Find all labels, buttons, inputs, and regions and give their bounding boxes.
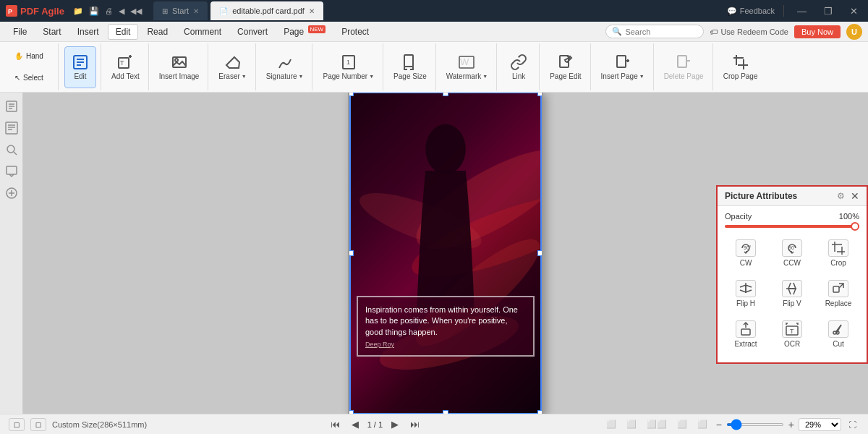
ccw-label: CCW	[783, 259, 801, 267]
page-edit-button[interactable]: Page Edit	[545, 46, 585, 88]
eraser-button[interactable]: Eraser ▼	[214, 46, 250, 88]
tool-group-page-edit: Page Edit	[541, 43, 590, 90]
menu-comment[interactable]: Comment	[176, 25, 229, 39]
svg-rect-18	[617, 56, 626, 67]
tab-editable-close[interactable]: ✕	[309, 7, 315, 15]
crop-page-button[interactable]: Crop Page	[719, 46, 762, 88]
flip-h-label: Flip H	[736, 299, 755, 307]
zoom-out-button[interactable]: −	[715, 419, 723, 430]
panel-settings-icon[interactable]: ⚙	[837, 191, 845, 201]
signature-dropdown-icon: ▼	[299, 74, 304, 79]
zoom-in-button[interactable]: +	[787, 419, 796, 430]
close-button[interactable]: ✕	[846, 4, 862, 18]
menu-protect[interactable]: Protect	[334, 25, 376, 39]
tab-start-close[interactable]: ✕	[193, 7, 199, 15]
pagenum-dropdown-icon: ▼	[369, 74, 374, 79]
cw-button[interactable]: 90° CW	[725, 235, 767, 271]
avatar: U	[846, 24, 862, 40]
ocr-button[interactable]: T OCR	[771, 316, 813, 352]
flip-h-button[interactable]: Flip H	[725, 276, 767, 312]
page-info: 1 / 1	[367, 420, 383, 429]
app-logo: P PDF Agile	[6, 5, 64, 17]
menu-convert[interactable]: Convert	[230, 25, 275, 39]
add-text-button[interactable]: T Add Text	[107, 46, 144, 88]
opacity-row: Opacity 100%	[725, 212, 859, 221]
sidebar-search-icon[interactable]	[4, 142, 20, 158]
tab-editable[interactable]: 📄 editable.pdf card.pdf ✕	[210, 1, 323, 20]
watermark-dropdown-icon: ▼	[482, 74, 488, 79]
insert-page-button[interactable]: Insert Page ▼	[597, 46, 649, 88]
watermark-icon: W	[458, 54, 475, 71]
buy-button[interactable]: Buy Now	[794, 25, 841, 38]
slider-thumb[interactable]	[851, 222, 859, 231]
flip-v-label: Flip V	[783, 299, 801, 307]
quote-text-box[interactable]: Inspiration comes from within yourself. …	[357, 296, 535, 357]
ccw-button[interactable]: 90° CCW	[771, 235, 813, 271]
page-size-button[interactable]: Page Size	[389, 46, 431, 88]
view-single-button[interactable]: ⬜	[603, 418, 619, 430]
flip-v-button[interactable]: Flip V	[771, 276, 813, 312]
new-doc-button2[interactable]: □	[30, 418, 46, 431]
page-number-label: Page Number	[323, 72, 367, 81]
restore-button[interactable]: ❐	[820, 4, 837, 18]
search-box[interactable]: 🔍	[605, 25, 704, 38]
edit-button[interactable]: Edit	[64, 46, 96, 88]
fullscreen-button[interactable]: ⛶	[846, 419, 859, 430]
next-page-button[interactable]: ▶	[388, 417, 401, 431]
svg-text:90°: 90°	[788, 245, 796, 250]
sidebar-comments-icon[interactable]	[4, 163, 20, 179]
link-button[interactable]: Link	[503, 46, 535, 88]
delete-page-button[interactable]: Delete Page	[660, 46, 708, 88]
tabs-area: ⊞ Start ✕ 📄 editable.pdf card.pdf ✕	[153, 1, 323, 20]
toolbar: ✋ Hand ↖ Select Edit T	[0, 42, 868, 93]
crop-page-label: Crop Page	[723, 72, 758, 81]
opacity-slider[interactable]	[725, 225, 859, 228]
insert-image-button[interactable]: Insert Image	[155, 46, 204, 88]
first-page-button[interactable]: ⏮	[328, 417, 343, 431]
pdf-page[interactable]: Inspiration comes from within yourself. …	[348, 93, 543, 414]
prev-page-button[interactable]: ◀	[349, 417, 362, 431]
view-split-button[interactable]: ⬜	[674, 418, 690, 430]
flip-h-icon	[736, 280, 756, 297]
sidebar-pages-icon[interactable]	[4, 98, 20, 114]
page-number-button[interactable]: 1 Page Number ▼	[318, 46, 378, 88]
sidebar-bookmarks-icon[interactable]	[4, 120, 20, 136]
zoom-slider[interactable]	[726, 423, 784, 426]
tool-group-pagesize: Page Size	[385, 43, 436, 90]
minimize-button[interactable]: —	[793, 4, 811, 18]
hand-label: Hand	[26, 52, 43, 60]
zoom-select[interactable]: 29% 50% 75% 100% 150%	[799, 418, 841, 431]
search-input[interactable]	[625, 27, 697, 36]
menu-file[interactable]: File	[6, 25, 34, 39]
last-page-button[interactable]: ⏭	[407, 417, 422, 431]
menu-read[interactable]: Read	[140, 25, 175, 39]
signature-button[interactable]: Signature ▼	[262, 46, 308, 88]
panel-close-button[interactable]: ✕	[851, 191, 859, 201]
hand-tool[interactable]: ✋ Hand	[10, 47, 54, 66]
menu-page[interactable]: Page NEW	[276, 24, 333, 39]
page-badge: NEW	[308, 25, 326, 33]
replace-button[interactable]: Replace	[817, 276, 859, 312]
cut-button[interactable]: Cut	[817, 316, 859, 352]
view-grid-button[interactable]: ⬜	[694, 418, 710, 430]
sidebar-attachments-icon[interactable]	[4, 185, 20, 201]
extract-button[interactable]: Extract	[725, 316, 767, 352]
crop-icon	[828, 239, 848, 257]
watermark-button[interactable]: W Watermark ▼	[442, 46, 492, 88]
crop-button[interactable]: Crop	[817, 235, 859, 271]
select-tool[interactable]: ↖ Select	[10, 69, 54, 88]
view-facing-button[interactable]: ⬜⬜	[644, 418, 670, 430]
select-label: Select	[23, 74, 43, 82]
redeem-button[interactable]: 🏷 Use Redeem Code	[710, 27, 788, 36]
menu-start[interactable]: Start	[35, 25, 68, 39]
feedback-button[interactable]: 💬 Feedback	[727, 7, 775, 16]
view-continuous-button[interactable]: ⬜	[624, 418, 639, 430]
search-icon: 🔍	[612, 27, 622, 36]
new-blank-doc-button[interactable]: □	[9, 418, 25, 431]
svg-rect-37	[7, 166, 17, 174]
menu-edit[interactable]: Edit	[108, 24, 139, 40]
add-text-label: Add Text	[111, 72, 140, 81]
page-size-label: Custom Size(286×511mm)	[52, 420, 147, 429]
menu-insert[interactable]: Insert	[70, 25, 106, 39]
tab-start[interactable]: ⊞ Start ✕	[153, 1, 208, 20]
